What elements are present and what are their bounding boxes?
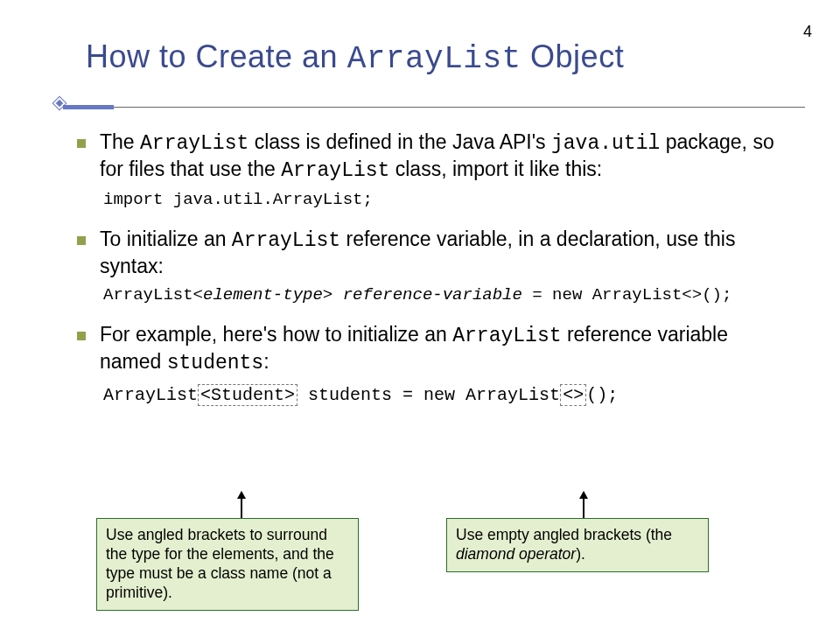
bullet-item: To initialize an ArrayList reference var… bbox=[77, 227, 777, 280]
callout-italic: diamond operator bbox=[456, 545, 576, 563]
example-code-line: ArrayList<Student> students = new ArrayL… bbox=[103, 384, 777, 419]
callout-text: ). bbox=[576, 545, 585, 563]
code-line: import java.util.ArrayList; bbox=[103, 190, 777, 209]
code-text: ArrayList< bbox=[103, 285, 203, 304]
text: The bbox=[100, 130, 140, 153]
code-text: ArrayList bbox=[103, 385, 198, 405]
arrow-icon bbox=[583, 492, 584, 518]
callout-text: Use angled brackets to surround the type… bbox=[106, 526, 334, 601]
callout-left: Use angled brackets to surround the type… bbox=[96, 518, 359, 611]
text: : bbox=[263, 350, 269, 373]
code-text: ArrayList bbox=[452, 325, 561, 347]
title-pre: How to Create an bbox=[86, 38, 347, 74]
bullet-marker-icon bbox=[77, 139, 86, 148]
code-italic: element-type bbox=[203, 285, 323, 304]
slide-title: How to Create an ArrayList Object bbox=[86, 38, 624, 77]
text: class, import it like this: bbox=[389, 158, 602, 180]
code-text: ArrayList bbox=[281, 159, 389, 182]
page-number: 4 bbox=[803, 23, 812, 41]
code-line: ArrayList<element-type> reference-variab… bbox=[103, 285, 777, 304]
title-post: Object bbox=[522, 38, 625, 74]
slide: 4 How to Create an ArrayList Object The … bbox=[0, 0, 840, 630]
code-text: ArrayList bbox=[232, 229, 340, 252]
callout-text: Use empty angled brackets (the bbox=[456, 526, 672, 543]
bullet-marker-icon bbox=[77, 236, 86, 245]
code-text: students bbox=[167, 352, 263, 374]
text: To initialize an bbox=[100, 228, 232, 250]
code-text: > bbox=[323, 285, 343, 304]
callout-right: Use empty angled brackets (the diamond o… bbox=[446, 518, 709, 572]
code-text: java.util bbox=[551, 132, 660, 155]
bullet-marker-icon bbox=[77, 332, 86, 340]
code-text: (); bbox=[586, 385, 618, 405]
bullet-text: The ArrayList class is defined in the Ja… bbox=[100, 130, 777, 185]
diamond-operator-highlight: <> bbox=[560, 384, 586, 406]
text: For example, here's how to initialize an bbox=[100, 323, 452, 346]
code-text: ArrayList bbox=[140, 132, 248, 155]
code-italic: reference-variable bbox=[343, 285, 522, 304]
callouts-area: Use angled brackets to surround the type… bbox=[96, 516, 779, 621]
title-underline bbox=[63, 105, 114, 109]
slide-body: The ArrayList class is defined in the Ja… bbox=[77, 130, 777, 419]
bullet-item: For example, here's how to initialize an… bbox=[77, 322, 777, 377]
code-text: = new ArrayList<>(); bbox=[522, 285, 732, 304]
text: class is defined in the Java API's bbox=[248, 130, 551, 153]
bullet-text: For example, here's how to initialize an… bbox=[100, 322, 777, 377]
arrow-icon bbox=[241, 492, 242, 518]
angled-bracket-highlight: <Student> bbox=[198, 384, 298, 406]
bullet-item: The ArrayList class is defined in the Ja… bbox=[77, 130, 777, 185]
bullet-text: To initialize an ArrayList reference var… bbox=[100, 227, 777, 280]
code-text: students = new ArrayList bbox=[298, 385, 560, 405]
title-code: ArrayList bbox=[347, 41, 522, 77]
